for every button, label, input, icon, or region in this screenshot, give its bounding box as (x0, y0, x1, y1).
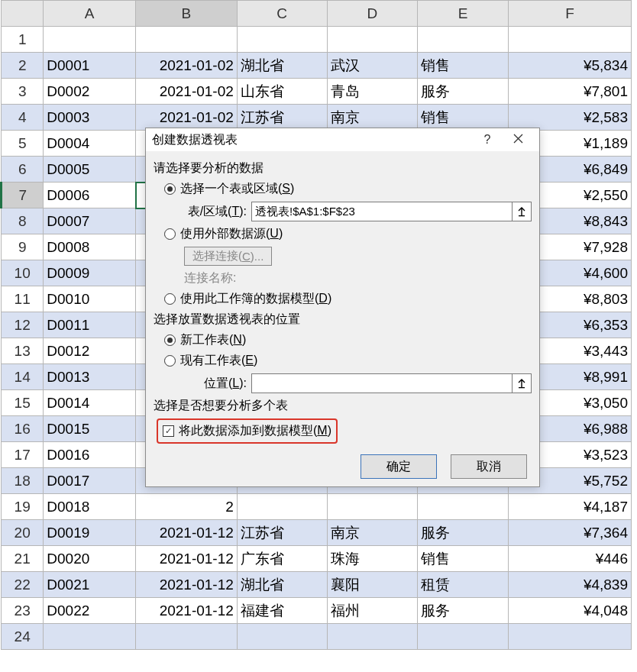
cell[interactable]: ¥5,834 (508, 53, 631, 79)
row-header[interactable]: 12 (2, 312, 44, 338)
cell[interactable] (418, 624, 509, 650)
collapse-location-button[interactable] (513, 373, 532, 393)
cell[interactable]: 山东省 (237, 79, 327, 105)
cell[interactable]: D0018 (44, 494, 136, 520)
cell[interactable]: ¥7,801 (508, 79, 631, 105)
dialog-titlebar[interactable]: 创建数据透视表 ? (146, 128, 539, 151)
cell[interactable]: 2021-01-02 (136, 53, 238, 79)
ok-button[interactable]: 确定 (361, 454, 437, 479)
cell[interactable]: D0011 (44, 312, 136, 338)
cell[interactable] (327, 494, 418, 520)
cell[interactable]: 销售 (418, 105, 509, 131)
cell[interactable]: 销售 (418, 53, 509, 79)
cell[interactable]: 2021-01-12 (136, 520, 238, 546)
checkbox-add-to-model[interactable] (163, 425, 174, 437)
cell[interactable]: 南京 (327, 520, 418, 546)
cell[interactable]: ¥7,364 (508, 520, 631, 546)
cell[interactable]: D0010 (44, 286, 136, 312)
cell[interactable]: 武汉 (327, 53, 418, 79)
cell[interactable]: 2021-01-12 (136, 572, 238, 598)
cell[interactable]: ¥4,048 (508, 598, 631, 624)
cell[interactable]: D0002 (44, 79, 136, 105)
cell[interactable]: 2021-01-02 (136, 79, 238, 105)
cell[interactable]: 襄阳 (327, 572, 418, 598)
cell[interactable]: D0008 (44, 234, 136, 260)
cell[interactable]: ¥4,187 (508, 494, 631, 520)
col-header-B[interactable]: B (136, 1, 238, 27)
header-date[interactable]: 销售日期 (136, 27, 238, 53)
cell[interactable]: D0020 (44, 546, 136, 572)
cell[interactable] (508, 624, 631, 650)
select-all-corner[interactable] (2, 1, 44, 27)
col-header-D[interactable]: D (327, 1, 418, 27)
cell[interactable]: D0004 (44, 131, 136, 157)
cell[interactable]: 2021-01-12 (136, 598, 238, 624)
cell[interactable]: D0013 (44, 364, 136, 390)
cell[interactable]: 江苏省 (237, 105, 327, 131)
cell[interactable]: 福建省 (237, 598, 327, 624)
cell[interactable] (418, 494, 509, 520)
col-header-C[interactable]: C (237, 1, 327, 27)
row-header[interactable]: 1 (2, 27, 44, 53)
cell[interactable]: 南京 (327, 105, 418, 131)
header-order-id[interactable]: 订单编号 (44, 27, 136, 53)
row-header[interactable]: 11 (2, 286, 44, 312)
row-header[interactable]: 10 (2, 260, 44, 286)
radio-new-sheet[interactable] (164, 334, 176, 346)
cell[interactable]: 2021-01-02 (136, 105, 238, 131)
cell[interactable]: D0006 (44, 183, 136, 208)
col-header-A[interactable]: A (44, 1, 136, 27)
cell[interactable]: D0015 (44, 416, 136, 442)
row-header[interactable]: 3 (2, 79, 44, 105)
cell[interactable]: 服务 (418, 520, 509, 546)
cell[interactable]: 江苏省 (237, 520, 327, 546)
row-header[interactable]: 22 (2, 572, 44, 598)
cancel-button[interactable]: 取消 (451, 454, 527, 479)
cell[interactable]: 广东省 (237, 546, 327, 572)
cell[interactable]: D0009 (44, 260, 136, 286)
header-city[interactable]: 城市 (327, 27, 418, 53)
row-header[interactable]: 23 (2, 598, 44, 624)
row-header[interactable]: 5 (2, 131, 44, 157)
cell[interactable]: 湖北省 (237, 572, 327, 598)
cell[interactable]: 福州 (327, 598, 418, 624)
cell[interactable]: D0012 (44, 338, 136, 364)
radio-external-source[interactable] (164, 228, 176, 240)
cell[interactable]: D0021 (44, 572, 136, 598)
row-header[interactable]: 20 (2, 520, 44, 546)
header-category[interactable]: 业务类别 (418, 27, 509, 53)
row-header[interactable]: 4 (2, 105, 44, 131)
cell[interactable] (237, 624, 327, 650)
cell[interactable]: 珠海 (327, 546, 418, 572)
cell[interactable]: 青岛 (327, 79, 418, 105)
cell[interactable] (327, 624, 418, 650)
cell[interactable] (136, 624, 238, 650)
cell[interactable]: 租赁 (418, 572, 509, 598)
collapse-range-button[interactable] (513, 202, 532, 221)
cell[interactable] (44, 624, 136, 650)
radio-use-datamodel[interactable] (164, 293, 176, 305)
cell[interactable]: 2 (136, 494, 238, 520)
row-header[interactable]: 14 (2, 364, 44, 390)
cell[interactable]: 2021-01-12 (136, 546, 238, 572)
cell[interactable]: 服务 (418, 598, 509, 624)
row-header[interactable]: 19 (2, 494, 44, 520)
row-header[interactable]: 2 (2, 53, 44, 79)
table-range-input[interactable]: 透视表!$A$1:$F$23 (251, 202, 513, 221)
cell[interactable]: D0016 (44, 442, 136, 468)
cell[interactable]: D0007 (44, 208, 136, 234)
row-header[interactable]: 8 (2, 208, 44, 234)
cell[interactable]: D0001 (44, 53, 136, 79)
col-header-E[interactable]: E (418, 1, 509, 27)
row-header[interactable]: 18 (2, 468, 44, 494)
cell[interactable]: D0005 (44, 157, 136, 183)
row-header[interactable]: 16 (2, 416, 44, 442)
cell[interactable]: D0014 (44, 390, 136, 416)
row-header[interactable]: 7 (2, 183, 44, 208)
row-header[interactable]: 17 (2, 442, 44, 468)
cell[interactable] (237, 494, 327, 520)
row-header[interactable]: 24 (2, 624, 44, 650)
cell[interactable]: D0022 (44, 598, 136, 624)
radio-existing-sheet[interactable] (164, 355, 176, 367)
help-button[interactable]: ? (472, 128, 503, 151)
